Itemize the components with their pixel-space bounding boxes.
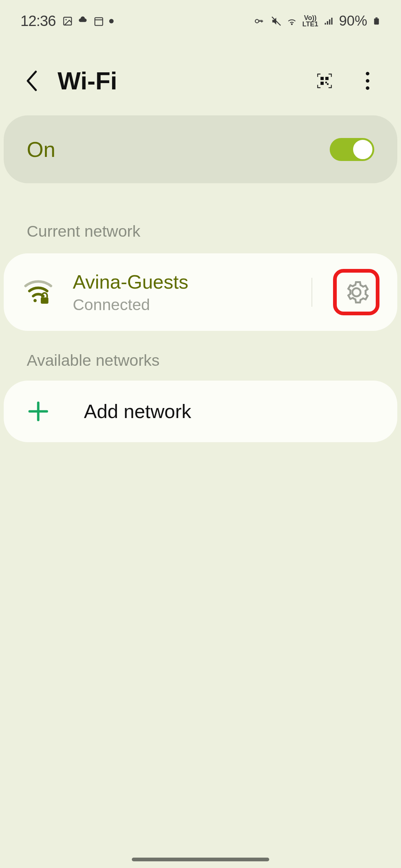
more-vertical-icon — [365, 71, 370, 91]
svg-point-13 — [366, 72, 369, 76]
battery-percent: 90% — [339, 13, 367, 29]
more-options-button[interactable] — [357, 70, 378, 91]
network-settings-button[interactable] — [333, 269, 379, 315]
svg-rect-2 — [95, 17, 103, 25]
add-network-label: Add network — [84, 400, 191, 423]
mute-vibrate-icon — [271, 16, 281, 26]
wifi-state-label: On — [27, 137, 55, 162]
svg-rect-17 — [41, 297, 49, 303]
svg-point-16 — [33, 299, 37, 302]
wifi-toggle-card[interactable]: On — [4, 115, 397, 183]
image-icon — [62, 16, 73, 26]
status-right: Vo))LTE1 90% — [252, 13, 381, 29]
svg-rect-10 — [320, 82, 324, 85]
svg-rect-7 — [375, 17, 378, 18]
signal-bars-icon — [323, 16, 334, 26]
current-network-row[interactable]: Avina-Guests Connected — [4, 253, 397, 331]
network-ssid: Avina-Guests — [73, 270, 290, 293]
status-bar: 12:36 Vo))LTE1 90% — [0, 0, 401, 35]
section-current-network-title: Current network — [0, 183, 401, 253]
network-text-block: Avina-Guests Connected — [73, 270, 290, 313]
wifi-switch[interactable] — [330, 138, 374, 161]
switch-knob — [352, 139, 374, 160]
svg-point-1 — [65, 19, 67, 20]
wifi-secure-icon — [22, 279, 55, 305]
header-actions — [314, 70, 378, 91]
status-notif-icons — [62, 16, 114, 26]
more-notifications-dot — [109, 19, 114, 23]
app-header: Wi-Fi — [0, 35, 401, 115]
wifi-status-icon — [287, 16, 297, 26]
status-left: 12:36 — [20, 13, 114, 29]
svg-rect-9 — [325, 77, 329, 80]
svg-point-4 — [255, 19, 259, 23]
status-time: 12:36 — [20, 13, 56, 29]
svg-rect-8 — [320, 77, 324, 80]
page-title: Wi-Fi — [58, 67, 117, 95]
svg-point-15 — [366, 86, 369, 90]
plus-icon — [22, 400, 55, 423]
vpn-key-icon — [252, 16, 266, 26]
gear-icon — [344, 280, 369, 305]
calendar-icon — [94, 16, 104, 26]
svg-rect-12 — [327, 83, 329, 85]
svg-rect-6 — [374, 18, 379, 24]
header-left: Wi-Fi — [20, 67, 117, 95]
svg-point-14 — [366, 79, 369, 83]
back-button[interactable] — [20, 70, 42, 92]
network-status: Connected — [73, 296, 290, 314]
qr-code-icon — [315, 71, 334, 91]
chevron-left-icon — [24, 69, 39, 92]
cloud-sync-icon — [78, 16, 88, 26]
navigation-handle[interactable] — [132, 858, 269, 861]
section-available-networks-title: Available networks — [0, 331, 401, 381]
battery-icon — [372, 15, 381, 27]
qr-scan-button[interactable] — [314, 70, 335, 91]
vertical-divider — [312, 278, 312, 307]
volte-indicator: Vo))LTE1 — [302, 15, 318, 27]
svg-rect-11 — [325, 82, 327, 83]
add-network-row[interactable]: Add network — [4, 381, 397, 442]
